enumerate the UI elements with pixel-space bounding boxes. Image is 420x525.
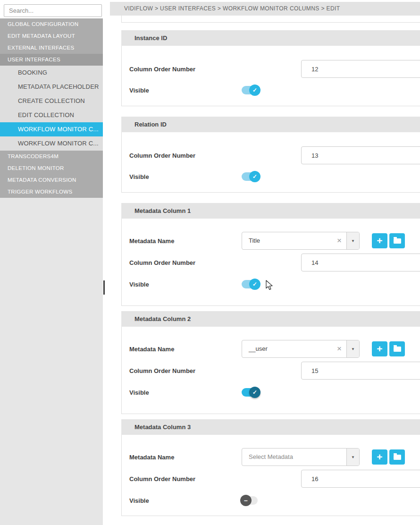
sidebar-top-group: GLOBAL CONFIGURATION EDIT METADATA LAYOU… [0,18,103,66]
sidebar-item-user-interfaces[interactable]: USER INTERFACES [0,54,103,66]
breadcrumb: VIDIFLOW > USER INTERFACES > WORKFLOW MO… [110,2,420,16]
column-order-row: Column Order Number [122,60,420,78]
sidebar-item-external-interfaces[interactable]: EXTERNAL INTERFACES [0,42,103,54]
add-metadata-button[interactable]: + [372,449,387,465]
section-instance-id: Instance ID Column Order Number Visible … [121,30,420,106]
column-order-input[interactable] [301,60,420,78]
search-input[interactable] [4,4,102,17]
sidebar-item-workflow-monitor-columns[interactable]: WORKFLOW MONITOR C... [0,122,103,136]
combobox-placeholder: Select Metadata [242,449,346,466]
metadata-name-combobox[interactable]: Select Metadata ▼ [242,448,360,466]
section-title: Metadata Column 3 [121,419,420,435]
combobox-value: Title [242,232,332,249]
section-title: Relation ID [121,117,420,132]
sidebar-bottom-group: TRANSCODERS4M DELETION MONITOR METADATA … [0,151,103,198]
column-order-label: Column Order Number [129,259,242,266]
visible-toggle[interactable]: – [242,496,258,505]
column-order-input[interactable] [301,146,420,164]
visible-row: Visible ✓ [122,170,420,183]
visible-toggle[interactable]: ✓ [242,86,258,94]
metadata-name-label: Metadata Name [129,454,242,461]
visible-row: Visible – [122,494,420,507]
visible-label: Visible [129,87,242,94]
metadata-name-row: Metadata Name __user × ▼ + [122,340,420,358]
clear-icon[interactable]: × [332,340,346,357]
previous-panel-bottom-edge [121,16,420,23]
metadata-name-combobox[interactable]: __user × ▼ [242,340,360,358]
section-metadata-column-2: Metadata Column 2 Metadata Name __user ×… [121,311,420,414]
section-title: Metadata Column 2 [121,311,420,327]
column-order-label: Column Order Number [129,367,242,374]
check-icon: ✓ [249,279,260,290]
add-metadata-button[interactable]: + [372,233,387,248]
section-title: Metadata Column 1 [121,203,420,219]
metadata-name-row: Metadata Name Title × ▼ + [122,232,420,250]
metadata-actions: + [372,233,407,248]
visible-label: Visible [129,281,242,288]
chevron-down-icon[interactable]: ▼ [346,340,359,357]
visible-toggle[interactable]: ✓ [242,172,258,181]
metadata-name-label: Metadata Name [129,237,242,245]
section-body: Metadata Name Title × ▼ + Column Order N… [121,219,420,306]
metadata-name-row: Metadata Name Select Metadata ▼ + [122,448,420,466]
section-body: Metadata Name __user × ▼ + Column Order … [121,327,420,414]
section-metadata-column-3: Metadata Column 3 Metadata Name Select M… [121,419,420,516]
metadata-actions: + [372,449,407,465]
minus-icon: – [240,495,252,506]
plus-icon: + [377,452,382,462]
plus-icon: + [377,236,382,246]
column-order-input[interactable] [301,470,420,488]
visible-label: Visible [129,389,242,396]
visible-label: Visible [129,497,242,504]
combobox-value: __user [242,340,332,357]
section-title: Instance ID [121,30,420,46]
visible-row: Visible ✓ [122,386,420,398]
text-cursor-bar [103,280,105,295]
clear-icon[interactable]: × [332,232,346,249]
folder-icon [394,238,401,244]
column-order-label: Column Order Number [129,152,242,159]
browse-metadata-button[interactable] [389,449,405,465]
sidebar: GLOBAL CONFIGURATION EDIT METADATA LAYOU… [0,0,103,525]
column-order-input[interactable] [301,362,420,380]
visible-toggle[interactable]: ✓ [242,388,258,397]
sidebar-item-metadata-conversion[interactable]: METADATA CONVERSION [0,174,103,186]
visible-toggle[interactable]: ✓ [242,280,258,288]
add-metadata-button[interactable]: + [372,341,387,356]
column-order-row: Column Order Number [122,470,420,488]
folder-icon [394,455,401,460]
check-icon: ✓ [249,171,260,182]
chevron-down-icon[interactable]: ▼ [346,449,359,466]
column-order-row: Column Order Number [122,146,420,164]
metadata-actions: + [372,341,407,356]
folder-icon [394,347,401,352]
sidebar-item-transcoders4m[interactable]: TRANSCODERS4M [0,151,103,162]
breadcrumb-bar: VIDIFLOW > USER INTERFACES > WORKFLOW MO… [110,2,420,16]
sidebar-item-global-configuration[interactable]: GLOBAL CONFIGURATION [0,18,103,30]
sidebar-item-trigger-workflows[interactable]: TRIGGER WORKFLOWS [0,186,103,198]
section-relation-id: Relation ID Column Order Number Visible … [121,117,420,193]
metadata-name-combobox[interactable]: Title × ▼ [242,232,360,250]
visible-label: Visible [129,173,242,180]
column-order-input[interactable] [301,254,420,271]
column-order-label: Column Order Number [129,66,242,73]
sidebar-item-create-collection[interactable]: CREATE COLLECTION [0,94,103,108]
sidebar-item-edit-collection[interactable]: EDIT COLLECTION [0,108,103,122]
section-body: Metadata Name Select Metadata ▼ + Column… [121,435,420,516]
column-order-label: Column Order Number [129,475,242,483]
check-icon: ✓ [249,85,260,96]
mouse-cursor-icon [266,280,275,291]
sidebar-item-metadata-placeholder[interactable]: METADATA PLACEHOLDER [0,80,103,94]
sidebar-sub-group: BOOKING METADATA PLACEHOLDER CREATE COLL… [0,66,103,151]
sidebar-item-deletion-monitor[interactable]: DELETION MONITOR [0,162,103,174]
sidebar-item-booking[interactable]: BOOKING [0,66,103,80]
chevron-down-icon[interactable]: ▼ [346,232,359,249]
section-body: Column Order Number Visible ✓ [121,132,420,193]
visible-row: Visible ✓ [122,84,420,96]
browse-metadata-button[interactable] [389,233,405,248]
browse-metadata-button[interactable] [389,341,405,356]
check-icon: ✓ [249,387,260,398]
sidebar-item-workflow-monitor-columns-2[interactable]: WORKFLOW MONITOR C... [0,136,103,151]
column-order-row: Column Order Number [122,254,420,271]
sidebar-item-edit-metadata-layout[interactable]: EDIT METADATA LAYOUT [0,30,103,42]
